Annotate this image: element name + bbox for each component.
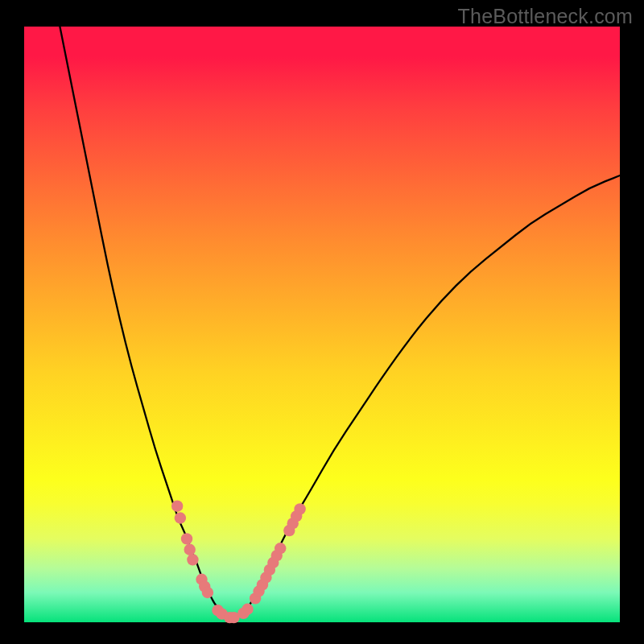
marker-group (171, 501, 306, 624)
curve-marker (202, 587, 213, 598)
curve-marker (294, 503, 305, 514)
watermark-text: TheBottleneck.com (458, 5, 633, 28)
curve-marker (242, 604, 253, 615)
curve-marker (275, 543, 286, 554)
chart-frame: TheBottleneck.com (0, 0, 644, 644)
curve-marker (175, 512, 186, 523)
curve-marker (187, 554, 198, 565)
plot-area (24, 27, 620, 622)
chart-svg (24, 27, 620, 622)
curve-marker (184, 544, 196, 555)
curve-marker (171, 501, 183, 512)
bottleneck-curve-path (60, 27, 620, 617)
curve-marker (181, 533, 192, 544)
